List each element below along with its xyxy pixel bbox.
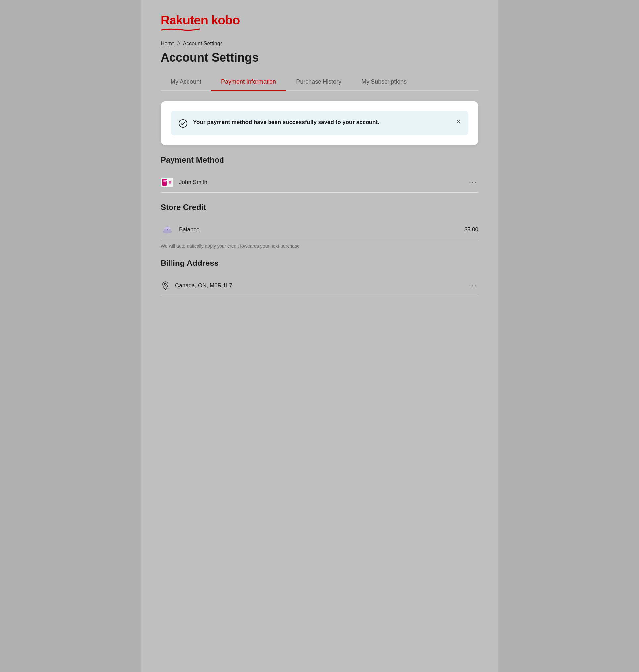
svg-text:iDEAL: iDEAL <box>163 180 168 182</box>
svg-point-0 <box>179 120 187 127</box>
tab-purchase-history[interactable]: Purchase History <box>286 74 351 91</box>
breadcrumb: Home // Account Settings <box>160 41 479 47</box>
tabs-container: My Account Payment Information Purchase … <box>160 74 479 91</box>
payment-method-row: iDEAL John Smith ··· <box>160 172 479 193</box>
page-container: Rakuten kobo Home // Account Settings Ac… <box>141 0 498 672</box>
payment-method-section: Payment Method iDEAL John Smith ··· <box>160 155 479 193</box>
success-banner: Your payment method have been successful… <box>171 111 468 136</box>
success-card: Your payment method have been successful… <box>160 101 479 145</box>
tab-my-subscriptions[interactable]: My Subscriptions <box>351 74 417 91</box>
billing-address-title: Billing Address <box>160 259 479 268</box>
check-circle-icon <box>178 119 188 128</box>
logo: Rakuten kobo <box>160 13 479 31</box>
balance-amount: $5.00 <box>464 226 479 233</box>
svg-point-10 <box>164 283 166 285</box>
logo-text[interactable]: Rakuten kobo <box>160 13 240 31</box>
ideal-icon: iDEAL <box>160 178 174 187</box>
billing-address-text: Canada, ON, M6R 1L7 <box>175 282 463 289</box>
store-credit-section: Store Credit $ Balance $5.00 We will aut… <box>160 203 479 249</box>
balance-row: $ Balance $5.00 <box>160 220 479 240</box>
breadcrumb-current: Account Settings <box>183 41 223 47</box>
success-message: Your payment method have been successful… <box>193 118 451 127</box>
balance-label: Balance <box>179 226 464 233</box>
payment-more-button[interactable]: ··· <box>468 178 479 187</box>
tab-payment-information[interactable]: Payment Information <box>211 74 286 91</box>
breadcrumb-separator: // <box>177 41 181 47</box>
location-pin-icon <box>160 281 170 290</box>
store-credit-note: We will automatically apply your credit … <box>160 243 479 249</box>
svg-text:$: $ <box>167 228 168 231</box>
close-banner-button[interactable]: × <box>456 118 461 125</box>
payment-method-title: Payment Method <box>160 155 479 165</box>
address-row: Canada, ON, M6R 1L7 ··· <box>160 276 479 296</box>
svg-point-5 <box>169 181 171 184</box>
billing-address-section: Billing Address Canada, ON, M6R 1L7 ··· <box>160 259 479 296</box>
payment-holder-name: John Smith <box>179 179 463 186</box>
tab-my-account[interactable]: My Account <box>160 74 211 91</box>
breadcrumb-home[interactable]: Home <box>160 41 175 47</box>
store-credit-title: Store Credit <box>160 203 479 212</box>
address-more-button[interactable]: ··· <box>468 281 479 290</box>
store-credit-icon: $ <box>160 225 174 234</box>
page-title: Account Settings <box>160 51 479 65</box>
